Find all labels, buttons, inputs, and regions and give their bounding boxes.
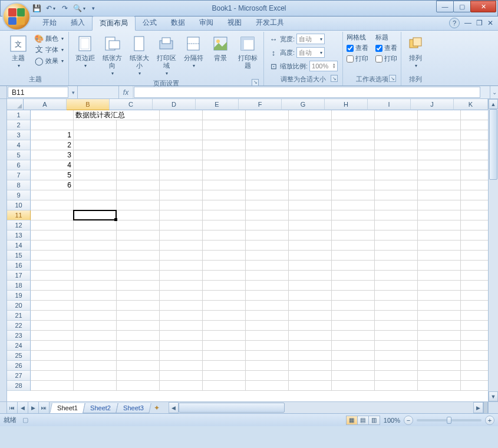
cell-F24[interactable]	[246, 341, 289, 351]
cell-F6[interactable]	[246, 160, 289, 170]
themes-button[interactable]: 文 主题▾	[6, 33, 31, 70]
cell-H9[interactable]	[332, 190, 375, 200]
cell-D5[interactable]	[160, 150, 203, 160]
cell-C23[interactable]	[117, 331, 160, 341]
column-header-E[interactable]: E	[196, 99, 239, 110]
mdi-close-button[interactable]: ✕	[487, 19, 493, 27]
cell-I16[interactable]	[375, 261, 418, 271]
cell-D21[interactable]	[160, 311, 203, 321]
mdi-restore-button[interactable]: ❐	[476, 19, 483, 27]
cell-I2[interactable]	[375, 120, 418, 130]
tab-插入[interactable]: 插入	[64, 16, 92, 30]
cell-K26[interactable]	[461, 361, 488, 371]
cell-A12[interactable]	[31, 220, 74, 230]
cell-D24[interactable]	[160, 341, 203, 351]
cell-E17[interactable]	[203, 271, 246, 281]
undo-icon[interactable]: ↶▾	[45, 3, 56, 14]
row-header-17[interactable]: 17	[7, 271, 31, 281]
cell-A28[interactable]	[31, 381, 74, 391]
cell-I13[interactable]	[375, 230, 418, 241]
cell-D10[interactable]	[160, 200, 203, 210]
cell-A13[interactable]	[31, 230, 74, 241]
cell-E12[interactable]	[203, 220, 246, 230]
row-header-15[interactable]: 15	[7, 251, 31, 261]
cell-G27[interactable]	[289, 371, 332, 381]
cell-B15[interactable]	[74, 251, 117, 261]
cell-H27[interactable]	[332, 371, 375, 381]
cell-B5[interactable]	[74, 150, 117, 160]
cell-B2[interactable]	[74, 120, 117, 130]
cell-I1[interactable]	[375, 110, 418, 120]
headings-view-checkbox[interactable]: 查看	[375, 44, 397, 52]
cell-G7[interactable]	[289, 170, 332, 180]
cell-G18[interactable]	[289, 281, 332, 291]
cell-G22[interactable]	[289, 321, 332, 331]
cell-I14[interactable]	[375, 241, 418, 251]
cell-B11[interactable]	[74, 210, 117, 220]
cell-B7[interactable]	[74, 170, 117, 180]
cell-K10[interactable]	[461, 200, 488, 210]
cell-C26[interactable]	[117, 361, 160, 371]
cell-A21[interactable]	[31, 311, 74, 321]
cell-K16[interactable]	[461, 261, 488, 271]
scale-launcher[interactable]: ↘	[331, 75, 338, 82]
cell-K12[interactable]	[461, 220, 488, 230]
cell-E25[interactable]	[203, 351, 246, 361]
cell-C18[interactable]	[117, 281, 160, 291]
cell-B14[interactable]	[74, 241, 117, 251]
tab-公式[interactable]: 公式	[136, 16, 164, 30]
column-header-F[interactable]: F	[239, 99, 282, 110]
cell-J20[interactable]	[418, 301, 461, 311]
cell-E26[interactable]	[203, 361, 246, 371]
sheet-nav-prev[interactable]: ◀	[18, 402, 28, 413]
cell-H24[interactable]	[332, 341, 375, 351]
cell-K20[interactable]	[461, 301, 488, 311]
cell-J3[interactable]	[418, 130, 461, 140]
row-header-22[interactable]: 22	[7, 321, 31, 331]
cell-J21[interactable]	[418, 311, 461, 321]
column-header-A[interactable]: A	[24, 99, 67, 110]
background-button[interactable]: 背景	[208, 33, 233, 63]
cell-E9[interactable]	[203, 190, 246, 200]
cell-D16[interactable]	[160, 261, 203, 271]
row-header-28[interactable]: 28	[7, 381, 31, 391]
cell-G9[interactable]	[289, 190, 332, 200]
cell-A19[interactable]	[31, 291, 74, 301]
view-normal-button[interactable]: ▦	[346, 416, 358, 425]
cell-H2[interactable]	[332, 120, 375, 130]
cell-I17[interactable]	[375, 271, 418, 281]
cell-E3[interactable]	[203, 130, 246, 140]
cell-J7[interactable]	[418, 170, 461, 180]
cell-K19[interactable]	[461, 291, 488, 301]
cell-K15[interactable]	[461, 251, 488, 261]
cell-H23[interactable]	[332, 331, 375, 341]
cell-A16[interactable]	[31, 261, 74, 271]
cell-K1[interactable]	[461, 110, 488, 120]
sheet-tab-Sheet1[interactable]: Sheet1	[50, 403, 85, 413]
cell-I7[interactable]	[375, 170, 418, 180]
cell-H28[interactable]	[332, 381, 375, 391]
cell-A18[interactable]	[31, 281, 74, 291]
cell-I15[interactable]	[375, 251, 418, 261]
cell-F3[interactable]	[246, 130, 289, 140]
cell-J28[interactable]	[418, 381, 461, 391]
theme-effects-button[interactable]: ◯效果▾	[33, 55, 65, 66]
cell-D17[interactable]	[160, 271, 203, 281]
cell-B1[interactable]: 数据统计表汇总	[74, 110, 160, 120]
cell-F7[interactable]	[246, 170, 289, 180]
cell-B21[interactable]	[74, 311, 117, 321]
cell-I19[interactable]	[375, 291, 418, 301]
cell-F16[interactable]	[246, 261, 289, 271]
cell-B4[interactable]	[74, 140, 117, 150]
cell-F25[interactable]	[246, 351, 289, 361]
cell-E8[interactable]	[203, 180, 246, 190]
cell-F10[interactable]	[246, 200, 289, 210]
hscroll-splitter[interactable]	[483, 402, 488, 413]
name-box[interactable]: B11	[8, 87, 68, 98]
cell-I8[interactable]	[375, 180, 418, 190]
gridlines-print-checkbox[interactable]: 打印	[347, 54, 368, 63]
cell-A22[interactable]	[31, 321, 74, 331]
cell-J9[interactable]	[418, 190, 461, 200]
row-header-25[interactable]: 25	[7, 351, 31, 361]
cell-F13[interactable]	[246, 230, 289, 241]
